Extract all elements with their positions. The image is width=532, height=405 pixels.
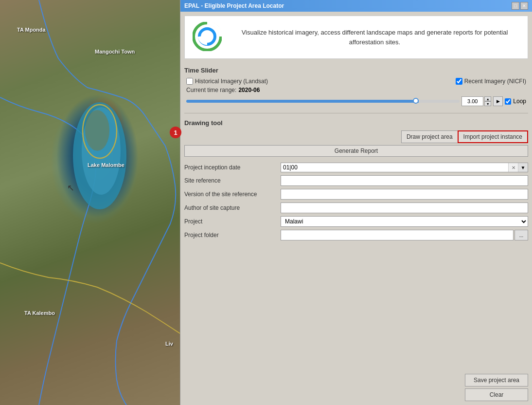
import-project-instance-button[interactable]: Import project instance <box>458 130 528 143</box>
project-folder-row: Project folder ... <box>184 230 528 240</box>
svg-point-6 <box>203 33 211 40</box>
clear-button[interactable]: Clear <box>465 388 528 401</box>
drawing-tool-section: Drawing tool 1 Draw project area Import … <box>184 115 528 163</box>
map-label-kalembo: TA Kalembo <box>24 310 55 316</box>
inception-date-dropdown-button[interactable]: ▼ <box>518 163 528 172</box>
browse-button[interactable]: ... <box>514 230 528 240</box>
speed-arrows: ▲ ▼ <box>484 96 491 106</box>
site-reference-row: Site reference <box>184 175 528 186</box>
slider-row: ▲ ▼ ▶ Loop <box>184 96 528 106</box>
recent-imagery-group: Recent Imagery (NICFI) <box>456 78 526 85</box>
draw-project-area-button[interactable]: Draw project area <box>401 130 458 143</box>
project-row: Project Malawi <box>184 216 528 227</box>
map-label-tamponda: TA Mponda <box>17 27 46 33</box>
inception-date-label: Project inception date <box>184 164 277 171</box>
project-folder-input[interactable] <box>281 230 514 240</box>
close-button[interactable]: ✕ <box>520 2 528 10</box>
historical-imagery-checkbox[interactable] <box>186 78 193 85</box>
author-row: Author of site capture <box>184 202 528 213</box>
time-slider-track[interactable] <box>186 100 460 103</box>
loop-checkbox[interactable] <box>505 98 511 105</box>
map-overlay <box>0 0 180 405</box>
title-bar: EPAL - Eligible Project Area Locator □ ✕ <box>180 0 532 12</box>
inception-date-clear-button[interactable]: ✕ <box>508 163 518 172</box>
logo-header: Visualize historical imagery, access dif… <box>184 16 528 59</box>
version-label: Version of the site reference <box>184 191 277 198</box>
project-folder-container: ... <box>281 230 528 240</box>
author-input[interactable] <box>281 202 528 213</box>
app-description: Visualize historical imagery, access dif… <box>230 28 520 47</box>
speed-down-button[interactable]: ▼ <box>484 101 491 106</box>
generate-report-row: Generate Report <box>184 145 528 157</box>
speed-up-button[interactable]: ▲ <box>484 96 491 101</box>
time-range-row: Current time range: 2020-06 <box>184 87 528 93</box>
inception-date-input[interactable] <box>281 163 508 172</box>
time-range-prefix: Current time range: <box>186 87 236 93</box>
action-buttons: Save project area Clear <box>184 374 528 401</box>
map-arrow-icon: ↖ <box>67 183 74 193</box>
loop-group: Loop <box>505 98 526 105</box>
map-label-liv: Liv <box>165 341 173 347</box>
step-badge: 1 <box>170 127 181 138</box>
map-panel: TA Mponda Mangochi Town Lake Malombe TA … <box>0 0 180 405</box>
drawing-tool-title: Drawing tool <box>184 117 528 129</box>
window-controls: □ ✕ <box>512 2 528 10</box>
inception-date-row: Project inception date ✕ ▼ <box>184 163 528 172</box>
loop-label: Loop <box>513 98 526 105</box>
recent-imagery-label: Recent Imagery (NICFI) <box>464 78 526 85</box>
save-project-area-button[interactable]: Save project area <box>465 374 528 387</box>
form-panel: Project inception date ✕ ▼ Site referenc… <box>184 163 528 243</box>
app-logo <box>193 22 222 53</box>
project-select[interactable]: Malawi <box>281 216 528 227</box>
window-title: EPAL - Eligible Project Area Locator <box>184 2 284 9</box>
time-slider-title: Time Slider <box>184 65 528 76</box>
version-input[interactable] <box>281 189 528 200</box>
speed-input[interactable] <box>461 96 483 106</box>
speed-control: ▲ ▼ <box>461 96 491 106</box>
main-panel: EPAL - Eligible Project Area Locator □ ✕… <box>180 0 532 405</box>
drawing-buttons-row: 1 Draw project area Import project insta… <box>184 130 528 143</box>
time-slider-thumb[interactable] <box>413 98 419 104</box>
author-label: Author of site capture <box>184 204 277 211</box>
historical-imagery-group: Historical Imagery (Landsat) <box>186 78 268 85</box>
site-reference-label: Site reference <box>184 177 277 184</box>
recent-imagery-checkbox[interactable] <box>456 78 462 85</box>
divider-1 <box>184 113 528 113</box>
imagery-options-row: Historical Imagery (Landsat) Recent Imag… <box>184 78 528 85</box>
inception-date-field-container: ✕ ▼ <box>281 163 528 172</box>
time-slider-section: Time Slider Historical Imagery (Landsat)… <box>184 63 528 111</box>
map-label-lake: Lake Malombe <box>88 162 124 168</box>
project-folder-label: Project folder <box>184 232 277 239</box>
project-label: Project <box>184 218 277 225</box>
version-row: Version of the site reference <box>184 189 528 200</box>
historical-imagery-label: Historical Imagery (Landsat) <box>195 78 268 85</box>
map-background: TA Mponda Mangochi Town Lake Malombe TA … <box>0 0 180 405</box>
play-button[interactable]: ▶ <box>493 96 503 106</box>
site-reference-input[interactable] <box>281 175 528 186</box>
map-label-mangochi: Mangochi Town <box>95 49 135 55</box>
generate-report-button[interactable]: Generate Report <box>184 145 528 157</box>
svg-point-3 <box>85 110 109 151</box>
minimize-button[interactable]: □ <box>512 2 519 10</box>
time-range-value: 2020-06 <box>238 87 260 93</box>
